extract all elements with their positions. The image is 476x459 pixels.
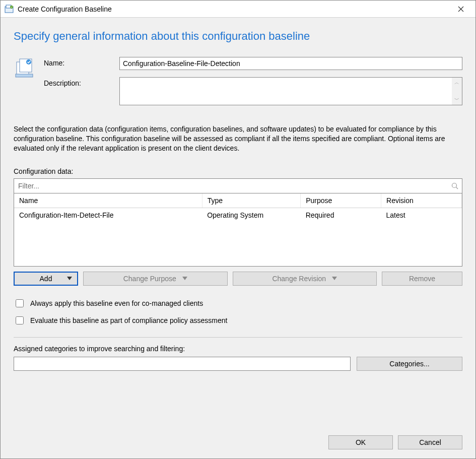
remove-button[interactable]: Remove [382,272,462,286]
categories-button-label: Categories... [389,360,429,368]
ok-button[interactable]: OK [328,435,393,449]
configdata-grid[interactable]: Name Type Purpose Revision Configuration… [14,193,462,267]
dropdown-caret-icon [67,277,72,280]
cell-name: Configuration-Item-Detect-File [14,208,202,222]
dialog-content: Specify general information about this c… [1,18,475,458]
svg-rect-8 [16,74,33,77]
configdata-buttons: Add Change Purpose Change Revision Remov… [14,272,462,286]
change-revision-label: Change Revision [272,275,326,283]
svg-line-10 [456,187,458,189]
name-label: Name: [44,57,119,67]
titlebar: Create Configuration Baseline [1,1,475,18]
dropdown-caret-icon [182,277,187,280]
evaluate-policy-row[interactable]: Evaluate this baseline as part of compli… [14,315,462,326]
remove-label: Remove [409,275,435,283]
always-apply-label: Always apply this baseline even for co-m… [30,299,203,307]
configdata-label: Configuration data: [14,167,462,175]
categories-button[interactable]: Categories... [357,357,462,371]
description-scrollbar[interactable]: ︿ ﹀ [452,78,462,105]
window-title: Create Configuration Baseline [18,5,450,13]
svg-point-9 [452,183,457,187]
filter-row [14,178,462,193]
categories-row: Categories... [14,357,462,371]
change-purpose-label: Change Purpose [123,275,176,283]
change-revision-button[interactable]: Change Revision [233,272,377,286]
col-name[interactable]: Name [14,193,202,208]
dialog-window: Create Configuration Baseline Specify ge… [0,0,476,459]
always-apply-checkbox[interactable] [16,299,24,307]
close-icon [458,6,464,12]
separator [14,337,462,338]
scroll-down-icon: ﹀ [454,96,459,103]
col-purpose[interactable]: Purpose [301,193,381,208]
categories-input[interactable] [14,357,351,371]
grid-header-row: Name Type Purpose Revision [14,193,462,208]
app-icon [5,4,15,14]
change-purpose-button[interactable]: Change Purpose [83,272,228,286]
name-input[interactable] [119,57,462,70]
description-input[interactable] [120,78,452,105]
description-row: Description: ︿ ﹀ [44,77,462,105]
cell-type: Operating System [202,208,300,222]
svg-point-7 [26,59,31,64]
categories-label: Assigned categories to improve searching… [14,345,462,353]
cancel-button[interactable]: Cancel [398,435,462,449]
cell-purpose: Required [301,208,381,222]
cell-revision: Latest [381,208,462,222]
col-type[interactable]: Type [202,193,300,208]
ok-label: OK [356,438,366,446]
name-row: Name: [44,57,462,70]
scroll-up-icon: ︿ [454,79,459,86]
add-button[interactable]: Add [14,272,78,286]
page-heading: Specify general information about this c… [14,30,462,43]
always-apply-row[interactable]: Always apply this baseline even for co-m… [14,298,462,309]
baseline-icon [14,57,35,112]
col-revision[interactable]: Revision [381,193,462,208]
add-button-label: Add [40,275,52,283]
instruction-text: Select the configuration data (configura… [14,124,447,153]
evaluate-policy-label: Evaluate this baseline as part of compli… [30,316,227,324]
description-label: Description: [44,77,119,87]
dialog-footer: OK Cancel [14,432,462,449]
filter-input[interactable] [14,179,448,193]
evaluate-policy-checkbox[interactable] [16,316,24,324]
dropdown-caret-icon [332,277,337,280]
general-info-form: Name: Description: ︿ ﹀ [14,57,462,112]
cancel-label: Cancel [419,438,441,446]
search-icon[interactable] [448,179,462,193]
table-row[interactable]: Configuration-Item-Detect-File Operating… [14,208,462,222]
close-button[interactable] [450,3,471,16]
